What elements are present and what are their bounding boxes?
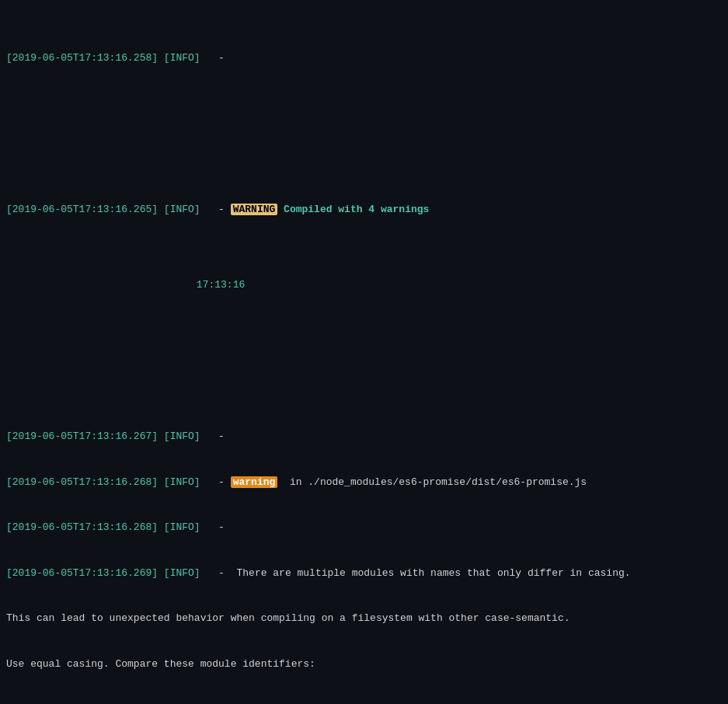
terminal-output: [2019-06-05T17:13:16.258] [INFO] - [2019… <box>6 5 722 704</box>
log-line-blank2 <box>6 354 722 369</box>
warning-badge-2: warning <box>231 476 278 488</box>
log-line-s1-5: This can lead to unexpected behavior whe… <box>6 611 722 626</box>
log-line-s1-1: [2019-06-05T17:13:16.267] [INFO] - <box>6 429 722 444</box>
log-line-s1-6: Use equal casing. Compare these module i… <box>6 657 722 672</box>
log-line-s1-4: [2019-06-05T17:13:16.269] [INFO] - There… <box>6 566 722 581</box>
log-line-s1-2: [2019-06-05T17:13:16.268] [INFO] - warni… <box>6 475 722 490</box>
log-line-3: [2019-06-05T17:13:16.265] [INFO] - WARNI… <box>6 202 722 218</box>
log-line-s1-3: [2019-06-05T17:13:16.268] [INFO] - <box>6 520 722 535</box>
warning-badge-1: WARNING <box>231 204 278 215</box>
log-line-blank1 <box>6 126 722 141</box>
log-line-1: [2019-06-05T17:13:16.258] [INFO] - <box>6 51 722 66</box>
log-time-line: 17:13:16 <box>6 277 722 293</box>
